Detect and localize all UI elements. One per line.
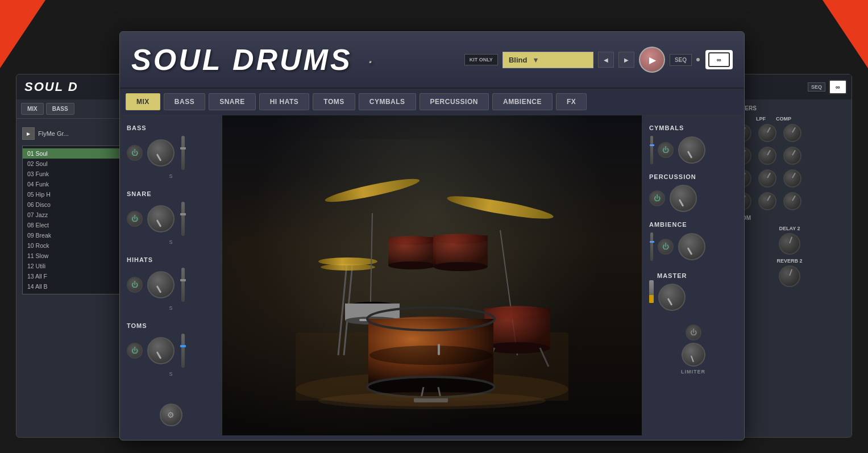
tab-snare[interactable]: SNARE bbox=[209, 93, 256, 110]
snare-fader-thumb bbox=[180, 213, 186, 215]
percussion-power-button[interactable] bbox=[649, 190, 665, 206]
tab-bar: MIX BASS SNARE HI HATS TOMS CYMBALS PERC… bbox=[120, 89, 744, 115]
comp-knob-2[interactable] bbox=[783, 147, 801, 165]
percussion-section: PERCUSSION bbox=[649, 173, 737, 212]
toms-controls bbox=[127, 334, 215, 368]
master-fader-group bbox=[649, 280, 654, 303]
corner-accent-top-left bbox=[0, 0, 45, 68]
filters-label: FILTERS bbox=[733, 105, 846, 111]
svg-point-30 bbox=[369, 346, 492, 365]
snare-fader[interactable] bbox=[181, 202, 185, 236]
back-tab-bass[interactable]: BASS bbox=[46, 103, 74, 115]
uvi-inner-logo: ∞ bbox=[829, 80, 847, 94]
master-indicator bbox=[649, 280, 654, 303]
cymbals-power-button[interactable] bbox=[658, 142, 674, 158]
svg-rect-36 bbox=[438, 344, 440, 355]
snare-volume-knob[interactable] bbox=[147, 205, 175, 232]
hihats-section: HIHATS S bbox=[127, 256, 215, 311]
filter-knobs-row3 bbox=[733, 169, 846, 188]
toms-fader[interactable] bbox=[181, 334, 185, 368]
toms-fader-thumb bbox=[180, 345, 186, 347]
ambience-volume-knob[interactable] bbox=[678, 233, 705, 260]
lpf-knob-4[interactable] bbox=[758, 192, 776, 210]
next-kit-button[interactable]: ▶ bbox=[618, 52, 634, 68]
svg-point-18 bbox=[388, 261, 436, 269]
tab-toms[interactable]: TOMS bbox=[313, 93, 355, 110]
bass-s-label: S bbox=[127, 173, 215, 179]
right-back-uvi-logo: ∞ bbox=[829, 81, 847, 93]
delay2-knob[interactable] bbox=[779, 233, 800, 255]
snare-power-button[interactable] bbox=[127, 211, 143, 227]
back-tab-mix[interactable]: MIX bbox=[21, 103, 44, 115]
play-button[interactable] bbox=[639, 47, 665, 73]
hihats-label: HIHATS bbox=[127, 256, 215, 263]
lpf-knob-3[interactable] bbox=[758, 169, 776, 188]
hihats-volume-knob[interactable] bbox=[147, 271, 175, 298]
main-panel: SOUL DRUMS · KIT ONLY Blind ▾ ◀ ▶ SEQ ∞ bbox=[119, 31, 745, 440]
mixer-settings-icon[interactable]: ⚙ bbox=[160, 404, 182, 426]
comp-knob-3[interactable] bbox=[783, 169, 801, 188]
hihats-power-button[interactable] bbox=[127, 277, 143, 293]
filter-knobs-row4 bbox=[733, 192, 846, 210]
tab-ambience[interactable]: AMBIENCE bbox=[492, 93, 553, 110]
cymbals-volume-knob[interactable] bbox=[678, 136, 705, 164]
svg-point-37 bbox=[318, 392, 546, 409]
toms-section: TOMS S bbox=[127, 322, 215, 377]
percussion-volume-knob[interactable] bbox=[670, 185, 697, 212]
ambience-fader[interactable] bbox=[650, 232, 653, 261]
lpf-knob-2[interactable] bbox=[758, 147, 776, 165]
delay2-control: DELAY 2 bbox=[779, 226, 800, 255]
bass-fader[interactable] bbox=[181, 136, 185, 170]
bass-section: BASS S bbox=[127, 124, 215, 179]
comp-knob[interactable] bbox=[783, 124, 801, 142]
toms-power-button[interactable] bbox=[127, 343, 143, 359]
master-volume-knob[interactable] bbox=[658, 284, 686, 311]
uvi-logo: ∞ bbox=[705, 50, 733, 69]
tab-hihats[interactable]: HI HATS bbox=[259, 93, 310, 110]
ambience-power-button[interactable] bbox=[658, 239, 674, 255]
tab-cymbals[interactable]: CYMBALS bbox=[359, 93, 416, 110]
left-mixer-panel: BASS S SNARE bbox=[120, 115, 222, 435]
tab-mix[interactable]: MIX bbox=[126, 93, 160, 110]
tab-fx[interactable]: FX bbox=[556, 93, 587, 110]
connector-dot bbox=[696, 58, 700, 61]
bass-power-button[interactable] bbox=[127, 145, 143, 161]
mixer-icon-area: ⚙ bbox=[127, 404, 215, 426]
tab-percussion[interactable]: PERCUSSION bbox=[420, 93, 489, 110]
reverb2-knob[interactable] bbox=[779, 265, 800, 287]
hihats-fader-thumb bbox=[180, 279, 186, 281]
snare-s-label: S bbox=[127, 239, 215, 245]
drum-image-area bbox=[222, 115, 642, 435]
seq-button[interactable]: SEQ bbox=[670, 54, 692, 66]
limiter-area: LIMITER bbox=[649, 325, 737, 375]
room-label: ROOM bbox=[733, 215, 846, 221]
bass-label: BASS bbox=[127, 124, 215, 131]
dropdown-arrow-icon: ▾ bbox=[534, 56, 538, 64]
toms-volume-knob[interactable] bbox=[147, 337, 175, 364]
comp-knob-4[interactable] bbox=[783, 192, 801, 210]
kit-only-label: KIT ONLY bbox=[464, 54, 498, 65]
kit-dropdown[interactable]: Blind ▾ bbox=[502, 52, 593, 68]
prev-kit-button[interactable]: ◀ bbox=[598, 52, 614, 68]
tab-bass[interactable]: BASS bbox=[164, 93, 205, 110]
bass-volume-knob[interactable] bbox=[147, 139, 175, 167]
content-area: BASS S SNARE bbox=[120, 115, 744, 435]
hihats-s-label: S bbox=[127, 305, 215, 311]
master-section: MASTER bbox=[649, 270, 737, 311]
master-label: MASTER bbox=[657, 272, 687, 279]
hihats-fader[interactable] bbox=[181, 268, 185, 302]
limiter-knob[interactable] bbox=[682, 343, 705, 367]
svg-point-6 bbox=[321, 264, 375, 271]
groove-play-button[interactable] bbox=[22, 127, 35, 140]
svg-point-21 bbox=[433, 262, 488, 271]
cymbals-fader[interactable] bbox=[650, 136, 653, 164]
room-section: ROOM DELAY 2 REVERB 2 bbox=[733, 215, 846, 287]
ambience-label: AMBIENCE bbox=[649, 221, 737, 228]
master-label-knob: MASTER bbox=[657, 272, 687, 311]
uvi-inner: ∞ bbox=[708, 52, 730, 67]
limiter-power-button[interactable] bbox=[686, 325, 701, 340]
right-back-content: FILTERS HPF LPF COMP bbox=[728, 99, 852, 293]
lpf-knob[interactable] bbox=[758, 124, 776, 142]
hihats-controls bbox=[127, 268, 215, 302]
bass-controls bbox=[127, 136, 215, 170]
